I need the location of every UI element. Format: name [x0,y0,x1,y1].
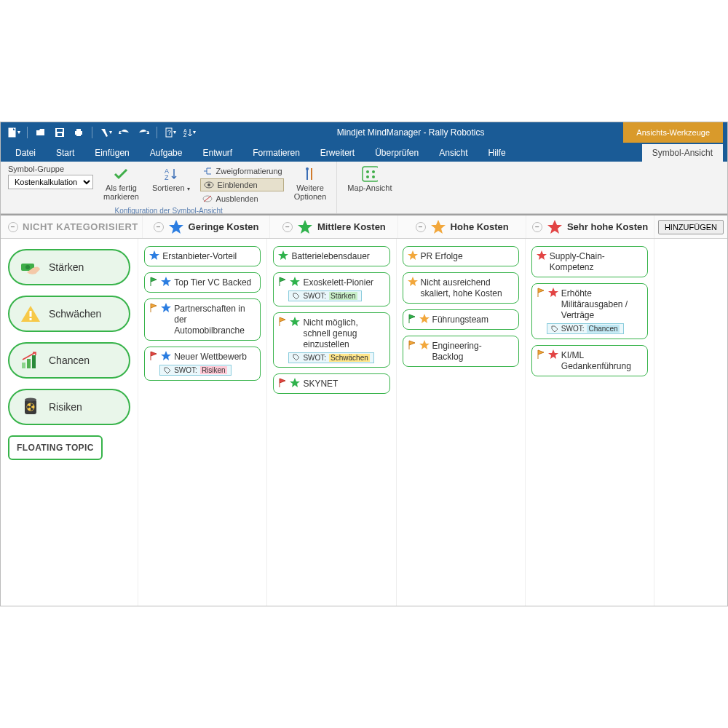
collapse-icon[interactable]: − [282,222,293,232]
board-right-pad [654,239,727,606]
card-label: Exoskelett-Pionier [303,277,383,288]
floating-topic[interactable]: FLOATING TOPIC [8,435,103,460]
col-header-label: Geringe Kosten [189,221,259,232]
help-icon-button[interactable]: ?▾ [162,124,179,141]
card[interactable]: SKYNET [273,373,389,394]
svg-text:Z: Z [165,174,169,181]
collapse-icon[interactable]: − [154,222,164,232]
tab-aufgabe[interactable]: Aufgabe [140,144,193,162]
redo-button[interactable] [135,124,152,141]
tab-symbolansicht[interactable]: Symbol-Ansicht [642,144,723,162]
save-button[interactable] [51,124,68,141]
tag-icon [293,293,300,300]
card[interactable]: Führungsteam [403,309,519,330]
sortieren-button[interactable]: AZ Sortieren ▾ [149,165,193,194]
card[interactable]: KI/ML Gedankenführung [531,345,648,376]
einblenden-button[interactable]: Einblenden [200,178,284,191]
star-icon [290,317,300,327]
svg-point-22 [372,170,375,173]
star-icon [161,351,171,361]
tab-datei[interactable]: Datei [5,144,46,162]
star-icon [537,250,547,261]
branch-format-icon [202,165,213,177]
swot-pill-risiken[interactable]: Risiken [8,389,130,425]
swot-tag: SWOT: Schwächen [288,352,373,363]
svg-rect-6 [76,134,81,136]
card[interactable]: Batterielebensdauer [273,246,389,266]
card[interactable]: Neuer Wettbewerb SWOT: Risiken [144,347,261,381]
collapse-icon[interactable]: − [8,222,18,232]
eye-icon [203,179,215,191]
tab-ansicht[interactable]: Ansicht [429,144,478,162]
card[interactable]: Nicht ausreichend skaliert, hohe Kosten [403,272,519,304]
card-label: Erhöhte Militärausgaben / Verträge [561,288,641,321]
tag-icon [164,367,171,374]
sort-az-icon: AZ [163,166,179,182]
svg-point-23 [366,175,369,178]
tab-start[interactable]: Start [46,144,84,162]
map-ansicht-button[interactable]: Map-Ansicht [344,165,395,194]
card-label: Nicht ausreichend skaliert, hohe Kosten [421,277,513,299]
format-painter-button[interactable]: ▾ [97,124,114,141]
tab-ueberpruefen[interactable]: Überprüfen [365,144,429,162]
als-fertig-button[interactable]: Als fertig markieren [100,165,142,202]
flag-icon [149,277,158,287]
tag-icon [551,325,558,333]
ausblenden-button[interactable]: Ausblenden [200,192,284,205]
zweigformatierung-button[interactable]: Zweigformatierung [200,165,284,178]
tab-einfuegen[interactable]: Einfügen [84,144,139,162]
swot-pill-label: Risiken [49,401,82,413]
sort-icon-button[interactable]: AZ▾ [181,124,198,141]
collapse-icon[interactable]: − [532,222,542,232]
add-column-button[interactable]: HINZUFÜGEN [658,220,724,234]
svg-text:?: ? [167,129,171,136]
tab-formatieren[interactable]: Formatieren [242,144,310,162]
undo-button[interactable] [116,124,133,141]
col-header-very-high-cost[interactable]: − Sehr hohe Kosten [526,215,654,238]
col-header-label: Hohe Kosten [451,221,509,232]
col-header-high-cost[interactable]: − Hohe Kosten [398,215,526,238]
lane-high-cost: PR Erfolge Nicht ausreichend skaliert, h… [397,239,526,606]
col-header-mid-cost[interactable]: − Mittlere Kosten [270,215,398,238]
warning-triangle-icon [20,303,41,325]
flag-icon [278,277,287,287]
card[interactable]: Exoskelett-Pionier SWOT: Stärken [273,272,389,306]
star-icon [161,303,171,313]
star-icon [168,219,184,235]
swot-pill-chancen[interactable]: Chancen [8,342,130,379]
ribbon: Symbol-Gruppe Kostenkalkulation Als fert… [1,162,727,214]
card-label: Top Tier VC Backed [174,277,254,288]
open-button[interactable] [32,124,50,141]
tab-entwurf[interactable]: Entwurf [192,144,242,162]
tab-hilfe[interactable]: Hilfe [478,144,516,162]
flag-icon [149,351,158,361]
star-icon [430,219,446,235]
svg-rect-20 [363,167,378,181]
collapse-icon[interactable]: − [416,222,426,232]
tab-erweitert[interactable]: Erweitert [310,144,365,162]
card[interactable]: Erhöhte Militärausgaben / Verträge SWOT:… [531,283,648,339]
weitere-optionen-button[interactable]: Weitere Optionen [291,165,330,202]
col-header-label: Mittlere Kosten [317,221,386,232]
flag-icon [278,378,287,388]
swot-tag: SWOT: Stärken [288,290,361,301]
card[interactable]: Erstanbieter-Vorteil [144,246,261,266]
svg-point-26 [25,265,30,269]
card-label: Führungsteam [432,314,513,325]
col-header-uncategorized[interactable]: − NICHT KATEGORISIERT [1,215,143,238]
star-icon [548,349,558,360]
card[interactable]: Supply-Chain-Kompetenz [531,246,648,277]
card[interactable]: Nicht möglich, schnell genug einzustelle… [273,312,389,368]
card-label: PR Erfolge [421,250,513,262]
new-doc-button[interactable]: ▾ [5,124,23,141]
swot-pill-schwaechen[interactable]: Schwächen [8,296,130,332]
card[interactable]: Engineering-Backlog [403,336,519,367]
card[interactable]: PR Erfolge [403,246,519,266]
swot-pill-staerken[interactable]: Stärken [8,249,130,285]
svg-point-33 [25,398,36,402]
card[interactable]: Top Tier VC Backed [144,272,261,293]
col-header-low-cost[interactable]: − Geringe Kosten [143,215,271,238]
card[interactable]: Partnerschaften in der Automobilbranche [144,298,261,341]
print-button[interactable] [70,124,87,141]
symbolgruppe-select[interactable]: Kostenkalkulation [8,175,93,189]
